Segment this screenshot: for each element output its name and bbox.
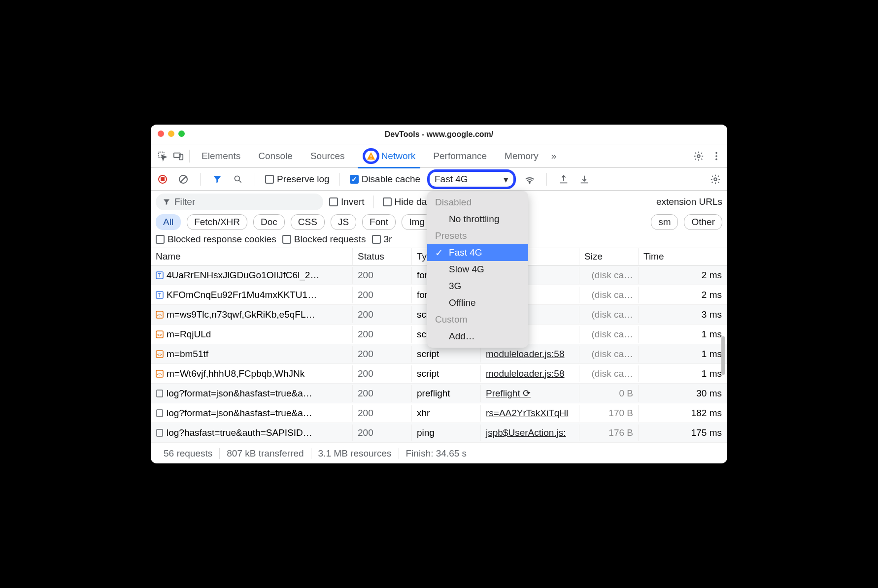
scrollbar-thumb[interactable] <box>721 336 725 375</box>
dropdown-item-offline[interactable]: Offline <box>427 294 528 311</box>
cell-initiator[interactable]: rs=AA2YrTskXiTqHl <box>481 405 579 422</box>
cell-name: log?hasfast=true&auth=SAPISID… <box>151 425 353 441</box>
svg-point-15 <box>529 182 530 183</box>
cell-status: 200 <box>353 405 412 422</box>
svg-point-13 <box>235 176 239 181</box>
throttling-selected-label: Fast 4G <box>435 174 468 185</box>
cell-name: <>m=RqjULd <box>151 326 353 343</box>
device-toolbar-icon[interactable] <box>170 148 186 164</box>
tab-network[interactable]: Network <box>354 144 425 168</box>
invert-checkbox[interactable]: Invert <box>329 196 365 207</box>
record-button[interactable] <box>156 172 169 186</box>
dropdown-item-add[interactable]: Add… <box>427 328 528 345</box>
cell-status: 200 <box>353 306 412 323</box>
request-name: log?format=json&hasfast=true&a… <box>167 408 312 419</box>
tab-console[interactable]: Console <box>249 144 302 168</box>
cell-time: 1 ms <box>639 346 727 362</box>
dropdown-item-fast-4g[interactable]: Fast 4G <box>427 244 528 261</box>
svg-rect-3 <box>371 155 371 157</box>
separator <box>339 173 340 186</box>
devtools-tabbar: Elements Console Sources Network Perform… <box>151 144 727 168</box>
cell-type: ping <box>412 425 481 441</box>
search-icon[interactable] <box>231 172 245 186</box>
dropdown-item-no-throttling[interactable]: No throttling <box>427 211 528 228</box>
tab-performance[interactable]: Performance <box>424 144 496 168</box>
dropdown-section-custom: Custom <box>427 311 528 328</box>
cell-name: <>m=bm51tf <box>151 346 353 362</box>
cell-time: 2 ms <box>639 267 727 284</box>
network-settings-icon[interactable] <box>709 172 722 186</box>
file-type-icon <box>156 390 164 397</box>
file-type-icon: <> <box>156 350 164 358</box>
separator <box>255 173 255 186</box>
chip-js[interactable]: JS <box>331 214 356 230</box>
kebab-menu-icon[interactable] <box>709 149 723 163</box>
chip-all[interactable]: All <box>156 214 181 230</box>
window-title: DevTools - www.google.com/ <box>385 130 493 139</box>
status-resources: 3.1 MB resources <box>311 448 399 459</box>
file-type-icon: <> <box>156 311 164 319</box>
cell-name: TKFOmCnqEu92Fr1Mu4mxKKTU1… <box>151 287 353 303</box>
chip-font[interactable]: Font <box>362 214 396 230</box>
status-requests: 56 requests <box>157 448 220 459</box>
cell-name: <>m=ws9Tlc,n73qwf,GkRiKb,e5qFL… <box>151 306 353 323</box>
cell-initiator[interactable]: moduleloader.js:58 <box>481 365 579 382</box>
file-type-icon: T <box>156 271 164 279</box>
dropdown-item-slow-4g[interactable]: Slow 4G <box>427 261 528 278</box>
inspect-element-icon[interactable] <box>155 148 170 164</box>
chip-other[interactable]: Other <box>684 214 722 230</box>
zoom-window-button[interactable] <box>178 131 185 137</box>
chip-fetch-xhr[interactable]: Fetch/XHR <box>187 214 247 230</box>
blocked-response-cookies-checkbox[interactable]: Blocked response cookies <box>156 234 276 245</box>
cell-size: (disk ca… <box>579 326 639 343</box>
settings-icon[interactable] <box>692 149 706 163</box>
column-name[interactable]: Name <box>151 248 353 265</box>
disable-cache-checkbox[interactable]: Disable cache <box>350 174 420 185</box>
preserve-log-checkbox[interactable]: Preserve log <box>265 174 330 185</box>
upload-har-icon[interactable] <box>557 172 571 186</box>
cell-initiator[interactable]: moduleloader.js:58 <box>481 346 579 362</box>
filter-toggle-icon[interactable] <box>210 172 224 186</box>
clear-button[interactable] <box>176 172 190 186</box>
tab-elements[interactable]: Elements <box>193 144 249 168</box>
third-party-checkbox[interactable]: 3r <box>372 234 392 245</box>
table-row[interactable]: log?hasfast=true&auth=SAPISID…200pingjsp… <box>151 423 727 443</box>
chip-css[interactable]: CSS <box>291 214 325 230</box>
tab-network-label: Network <box>381 151 416 162</box>
dropdown-section-disabled: Disabled <box>427 194 528 211</box>
column-size[interactable]: Size <box>579 248 639 265</box>
chip-wasm[interactable]: sm <box>651 214 678 230</box>
network-conditions-icon[interactable] <box>523 172 537 186</box>
cell-size: (disk ca… <box>579 287 639 303</box>
dropdown-item-3g[interactable]: 3G <box>427 278 528 294</box>
tab-sources[interactable]: Sources <box>302 144 354 168</box>
svg-text:T: T <box>158 292 162 298</box>
column-status[interactable]: Status <box>353 248 412 265</box>
chevron-down-icon: ▾ <box>504 173 508 185</box>
more-tabs-button[interactable]: » <box>547 144 561 168</box>
minimize-window-button[interactable] <box>168 131 174 137</box>
download-har-icon[interactable] <box>577 172 591 186</box>
filter-funnel-icon <box>163 198 170 206</box>
chip-doc[interactable]: Doc <box>253 214 285 230</box>
file-type-icon: T <box>156 291 164 299</box>
svg-line-12 <box>180 176 186 182</box>
throttling-select[interactable]: Fast 4G ▾ <box>427 169 516 189</box>
svg-rect-30 <box>157 410 163 417</box>
request-name: 4UaRrENHsxJlGDuGo1OIlJfC6l_2… <box>167 270 319 281</box>
tab-memory[interactable]: Memory <box>496 144 547 168</box>
table-row[interactable]: log?format=json&hasfast=true&a…200xhrrs=… <box>151 403 727 423</box>
svg-text:<>: <> <box>157 332 163 337</box>
cell-time: 182 ms <box>639 405 727 422</box>
cell-initiator[interactable]: Preflight ⟳ <box>481 385 579 402</box>
column-time[interactable]: Time <box>639 248 727 265</box>
table-row[interactable]: log?format=json&hasfast=true&a…200prefli… <box>151 384 727 403</box>
svg-point-8 <box>715 158 717 160</box>
close-window-button[interactable] <box>158 131 164 137</box>
cell-initiator[interactable]: jspb$UserAction.js: <box>481 425 579 441</box>
filter-input[interactable]: Filter <box>156 194 323 210</box>
network-toolbar: Preserve log Disable cache Fast 4G ▾ Dis… <box>151 168 727 191</box>
table-row[interactable]: <>m=Wt6vjf,hhhU8,FCpbqb,WhJNk200scriptmo… <box>151 364 727 384</box>
cell-status: 200 <box>353 365 412 382</box>
blocked-requests-checkbox[interactable]: Blocked requests <box>282 234 366 245</box>
